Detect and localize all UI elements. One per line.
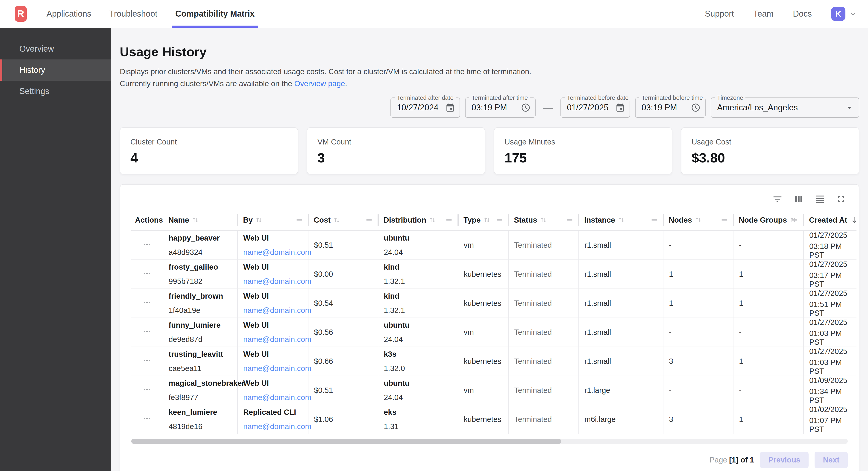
sidebar-item-history[interactable]: History [0,59,111,81]
column-menu-icon[interactable] [496,216,503,224]
cell-instance: r1.small [579,231,663,260]
filter-icon[interactable] [770,192,785,207]
sort-icon [429,216,436,224]
email-link[interactable]: name@domain.com [243,277,311,286]
nav-link-docs[interactable]: Docs [793,9,812,19]
column-header-by[interactable]: By [238,209,308,231]
column-header-instance[interactable]: Instance [579,209,663,231]
cell-node-groups: 1 [733,405,804,434]
column-header-status[interactable]: Status [508,209,579,231]
sidebar-item-overview[interactable]: Overview [0,38,111,59]
terminated-before-date-field[interactable]: Terminated before date 01/27/2025 [560,97,630,118]
tab-troubleshoot[interactable]: Troubleshoot [109,0,157,28]
row-actions-button[interactable] [142,355,152,365]
row-actions-button[interactable] [142,239,152,249]
table-row: trusting_leavittcae5ea11 Web UIname@doma… [131,347,857,376]
cell-by: Web UIname@domain.com [238,318,308,347]
row-actions-button[interactable] [142,297,152,307]
table-toolbar [120,190,859,209]
email-link[interactable]: name@domain.com [243,393,311,402]
email-link[interactable]: name@domain.com [243,335,311,344]
column-menu-icon[interactable] [445,216,453,224]
density-icon[interactable] [812,192,828,207]
cell-distribution: ubuntu24.04 [378,231,458,260]
row-actions-button[interactable] [142,326,152,336]
nav-link-support[interactable]: Support [705,9,734,19]
cell-type: vm [458,231,508,260]
cell-node-groups: 1 [733,347,804,376]
table-row: magical_stonebrakerfe3f8977 Web UIname@d… [131,376,857,405]
previous-button[interactable]: Previous [760,452,809,468]
timezone-label: Timezone [715,94,745,101]
terminated-before-time-label: Terminated before time [639,94,705,101]
cell-status: Terminated [508,289,579,318]
cell-name: magical_stonebrakerfe3f8977 [163,376,238,405]
stat-value: $3.80 [691,150,849,166]
column-header-node-groups[interactable]: Node Groups [733,209,804,231]
main-content: Usage History Displays prior clusters/VM… [111,28,868,471]
column-header-cost[interactable]: Cost [308,209,378,231]
column-menu-icon[interactable] [790,216,799,224]
primary-tabs: Applications Troubleshoot Compatibility … [46,0,254,28]
column-menu-icon[interactable] [365,216,373,224]
horizontal-scrollbar [131,439,848,444]
row-actions-button[interactable] [142,413,152,423]
column-header-name[interactable]: Name [163,209,238,231]
fullscreen-icon[interactable] [833,192,849,207]
sort-icon [617,216,625,224]
column-header-nodes[interactable]: Nodes [663,209,733,231]
sort-icon [539,216,547,224]
terminated-before-time-field[interactable]: Terminated before time 03:19 PM [635,97,706,118]
nav-link-team[interactable]: Team [753,9,774,19]
cell-cost: $0.51 [308,231,378,260]
column-menu-icon[interactable] [650,216,658,224]
email-link[interactable]: name@domain.com [243,422,311,431]
table-row: funny_lumierede9ed87d Web UIname@domain.… [131,318,857,347]
overview-page-link[interactable]: Overview page [294,79,345,88]
clock-icon[interactable] [521,103,530,113]
columns-icon[interactable] [791,192,806,207]
usage-table-card: Actions Name By Cost Distribution Type S… [120,184,859,471]
cell-name: trusting_leavittcae5ea11 [163,347,238,376]
chevron-down-icon [848,8,858,19]
column-menu-icon[interactable] [720,216,728,224]
terminated-after-date-field[interactable]: Terminated after date 10/27/2024 [391,97,460,118]
cell-cost: $1.06 [308,405,378,434]
row-actions-button[interactable] [142,384,152,394]
column-header-distribution[interactable]: Distribution [378,209,458,231]
timezone-select[interactable]: Timezone America/Los_Angeles [711,97,859,118]
cell-created-at: 01/27/202503:17 PM PST [804,260,857,289]
email-link[interactable]: name@domain.com [243,306,311,315]
user-menu[interactable]: K [831,7,858,21]
next-button[interactable]: Next [814,452,848,468]
email-link[interactable]: name@domain.com [243,364,311,373]
cell-name: friendly_brown1f40a19e [163,289,238,318]
cell-status: Terminated [508,231,579,260]
email-link[interactable]: name@domain.com [243,248,311,257]
page-description: Displays prior clusters/VMs and their as… [120,66,553,90]
stat-label: Cluster Count [130,138,287,146]
sidebar-item-settings[interactable]: Settings [0,81,111,102]
page-title: Usage History [120,44,859,59]
app-logo[interactable]: R [15,6,27,22]
page-indicator: Page[1] of 1 [710,455,754,464]
column-menu-icon[interactable] [295,216,303,224]
cell-nodes: - [663,231,733,260]
scrollbar-thumb[interactable] [131,439,561,444]
avatar: K [831,7,845,21]
calendar-icon[interactable] [445,103,455,113]
cell-name: keen_lumiere4819de16 [163,405,238,434]
column-header-created-at[interactable]: Created At [804,209,857,231]
cell-node-groups: 1 [733,289,804,318]
cell-cost: $0.00 [308,260,378,289]
tab-applications[interactable]: Applications [46,0,91,28]
calendar-icon[interactable] [615,103,625,113]
column-menu-icon[interactable] [566,216,574,224]
row-actions-button[interactable] [142,268,152,278]
cell-node-groups: - [733,376,804,405]
column-header-type[interactable]: Type [458,209,508,231]
cell-nodes: 1 [663,289,733,318]
terminated-after-time-field[interactable]: Terminated after time 03:19 PM [465,97,535,118]
clock-icon[interactable] [691,103,701,113]
tab-compatibility-matrix[interactable]: Compatibility Matrix [175,0,254,28]
